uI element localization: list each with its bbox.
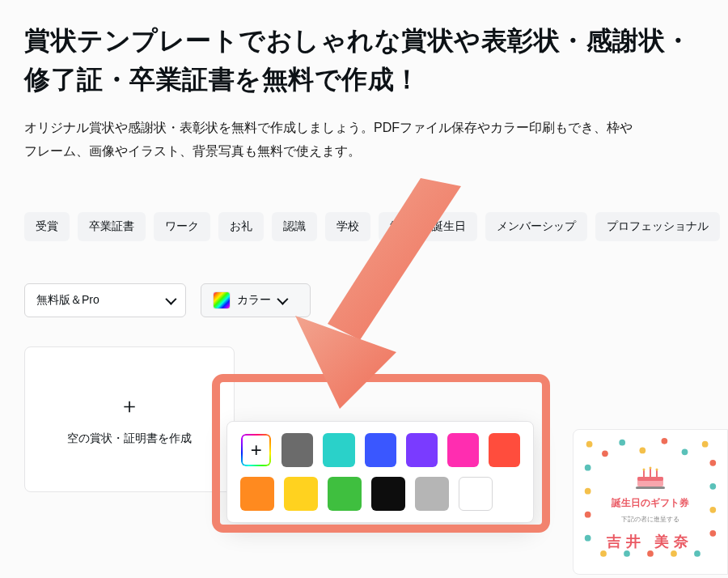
color-swatch-white[interactable] bbox=[459, 477, 493, 511]
color-swatch-red[interactable] bbox=[489, 433, 520, 467]
svg-point-21 bbox=[694, 550, 700, 557]
filters-row: 無料版＆Pro カラー bbox=[24, 283, 704, 317]
gift-card-name: 吉井 美奈 bbox=[582, 532, 719, 551]
gift-card-title: 誕生日のギフト券 bbox=[582, 496, 719, 510]
color-swatch-blue[interactable] bbox=[365, 433, 396, 467]
cake-icon bbox=[634, 465, 667, 490]
page-title: 賞状テンプレートでおしゃれな賞状や表彰状・感謝状・修了証・卒業証書を無料で作成！ bbox=[24, 21, 704, 99]
category-tags: 受賞 卒業証書 ワーク お礼 認識 学校 紙 誕生日 メンバーシップ プロフェッ… bbox=[24, 212, 704, 241]
blank-template-label: 空の賞状・証明書を作成 bbox=[67, 431, 192, 446]
svg-point-29 bbox=[650, 467, 652, 470]
tag-birthday[interactable]: 誕生日 bbox=[421, 212, 477, 241]
template-birthday-gift[interactable]: 誕生日のギフト券 下記の者に進呈する 吉井 美奈 bbox=[573, 429, 728, 575]
tag-school[interactable]: 学校 bbox=[325, 212, 370, 241]
color-swatch-teal[interactable] bbox=[323, 433, 354, 467]
color-picker-popover bbox=[226, 421, 534, 523]
tag-recognition[interactable]: 認識 bbox=[272, 212, 317, 241]
tag-professional[interactable]: プロフェッショナル bbox=[595, 212, 720, 241]
svg-point-20 bbox=[671, 550, 677, 557]
svg-point-18 bbox=[624, 550, 630, 557]
color-swatch-gray[interactable] bbox=[281, 433, 313, 467]
svg-point-19 bbox=[647, 550, 654, 557]
color-filter-label: カラー bbox=[237, 293, 271, 308]
color-swatch-silver[interactable] bbox=[415, 477, 449, 511]
plan-filter-dropdown[interactable]: 無料版＆Pro bbox=[24, 283, 186, 317]
color-swatch-purple[interactable] bbox=[406, 433, 438, 467]
color-row-2 bbox=[240, 477, 520, 511]
plan-filter-label: 無料版＆Pro bbox=[36, 293, 99, 308]
color-row-1 bbox=[240, 433, 520, 467]
color-swatch-green[interactable] bbox=[328, 477, 362, 511]
color-spectrum-icon bbox=[213, 291, 231, 309]
page-subtitle: オリジナル賞状や感謝状・表彰状を無料で作成しましょう。PDFファイル保存やカラー… bbox=[24, 117, 639, 164]
color-swatch-yellow[interactable] bbox=[284, 477, 318, 511]
color-swatch-magenta[interactable] bbox=[447, 433, 479, 467]
tag-award[interactable]: 受賞 bbox=[24, 212, 70, 241]
color-swatch-black[interactable] bbox=[371, 477, 405, 511]
gift-card-subtitle: 下記の者に進呈する bbox=[582, 515, 719, 524]
chevron-down-icon bbox=[277, 293, 288, 304]
tag-work[interactable]: ワーク bbox=[154, 212, 210, 241]
svg-rect-23 bbox=[637, 477, 663, 481]
tag-membership[interactable]: メンバーシップ bbox=[485, 212, 587, 241]
plus-icon: ＋ bbox=[119, 392, 140, 420]
svg-point-30 bbox=[656, 469, 658, 471]
tag-thanks[interactable]: お礼 bbox=[218, 212, 264, 241]
color-swatch-orange[interactable] bbox=[240, 477, 274, 511]
svg-point-17 bbox=[600, 550, 607, 557]
tag-graduation[interactable]: 卒業証書 bbox=[78, 212, 146, 241]
chevron-down-icon bbox=[165, 293, 176, 304]
svg-point-28 bbox=[643, 469, 645, 471]
blank-template-card[interactable]: ＋ 空の賞状・証明書を作成 bbox=[24, 346, 235, 492]
svg-rect-24 bbox=[636, 487, 665, 489]
tag-paper[interactable]: 紙 bbox=[379, 212, 413, 241]
add-color-swatch[interactable] bbox=[240, 433, 272, 467]
color-filter-dropdown[interactable]: カラー bbox=[201, 283, 311, 317]
